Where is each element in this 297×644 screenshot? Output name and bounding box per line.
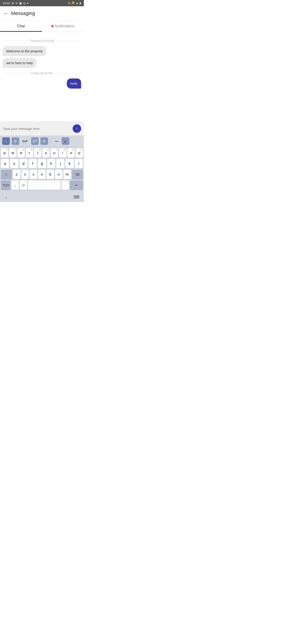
mic-button[interactable]: 🎤: [62, 137, 69, 145]
key-v[interactable]: v: [38, 170, 46, 179]
settings-gear-icon: ⚙: [43, 139, 46, 143]
key-w[interactable]: w2: [9, 148, 16, 158]
key-p[interactable]: p0: [76, 148, 83, 158]
bubble-incoming-2: we're here to help: [3, 58, 36, 68]
notification-dot: [51, 25, 54, 27]
keyboard-row-1: q1 w2 e3 r4 t5 y6 u7 i8 o9 p0: [1, 148, 83, 158]
status-time: 19:33: [3, 2, 10, 5]
sticker-button[interactable]: ⊞: [12, 137, 19, 145]
translate-button[interactable]: GT: [31, 137, 39, 145]
key-q[interactable]: q1: [1, 148, 8, 158]
settings-icon: ⚙: [11, 2, 14, 5]
cast-icon: ⊡: [68, 2, 70, 5]
key-o[interactable]: o9: [67, 148, 75, 158]
timestamp-2: Friday 06:29 PM: [31, 72, 52, 75]
tab-chat[interactable]: Chat: [0, 20, 42, 32]
toolbar-separator: [51, 138, 51, 144]
send-button[interactable]: ↑: [73, 124, 81, 133]
message-input[interactable]: [3, 126, 71, 132]
chat-area: Tuesday 01:43 AM Welcome to the property…: [0, 32, 84, 122]
key-c[interactable]: c: [30, 170, 37, 179]
tab-notifications-label: Notifications: [55, 24, 74, 28]
key-t[interactable]: t5: [34, 148, 41, 158]
keyboard: q1 w2 e3 r4 t5 y6 u7 i8 o9 p0 a s d f g …: [0, 147, 84, 192]
tab-chat-label: Chat: [17, 24, 25, 28]
key-b[interactable]: b: [47, 170, 54, 179]
circle-icon: ◎: [23, 2, 26, 5]
keyboard-toolbar: ‹ ⊞ GIF GT ⚙ ••• 🎤: [0, 136, 84, 147]
key-j[interactable]: j: [56, 159, 64, 168]
key-h[interactable]: h: [47, 159, 55, 168]
status-dot: [27, 3, 28, 4]
back-button[interactable]: ←: [3, 11, 8, 16]
back-icon: ‹: [5, 139, 7, 143]
bottom-nav: ⌄ ⌨: [0, 192, 84, 202]
header: ← Messaging: [0, 6, 84, 20]
key-m[interactable]: m: [63, 170, 71, 179]
divider-line-right: [56, 41, 81, 41]
keyboard-row-3: ⇧ z x c v b n m ⌫: [1, 170, 83, 179]
timestamp-1: Tuesday 01:43 AM: [30, 39, 54, 42]
message-row-1: Welcome to the property: [3, 46, 81, 56]
symbols-key[interactable]: ?123: [1, 180, 10, 190]
key-d[interactable]: d: [19, 159, 27, 168]
key-a[interactable]: a: [1, 159, 9, 168]
shift-key[interactable]: ⇧: [1, 170, 12, 179]
input-area: ↑: [0, 122, 84, 136]
key-s[interactable]: s: [10, 159, 18, 168]
divider-line-left-2: [3, 73, 29, 73]
mic-icon: 🎤: [64, 139, 67, 143]
key-l[interactable]: l: [75, 159, 83, 168]
tabs: Chat Notifications: [0, 20, 84, 32]
page-title: Messaging: [11, 10, 35, 16]
bubble-outgoing-1: hello: [67, 78, 81, 88]
key-icon: 🔑: [71, 2, 75, 5]
tab-notifications[interactable]: Notifications: [42, 20, 84, 32]
message-row-2: we're here to help: [3, 58, 81, 68]
return-key[interactable]: ↵: [70, 180, 83, 190]
divider-line-left: [3, 41, 28, 41]
divider-line-right-2: [54, 73, 81, 73]
message-row-3: hello: [3, 78, 81, 88]
key-f[interactable]: f: [29, 159, 37, 168]
key-g[interactable]: g: [38, 159, 46, 168]
nav-keyboard-icon[interactable]: ⌨: [73, 194, 79, 200]
key-y[interactable]: y6: [42, 148, 50, 158]
status-left: 19:33 ⚙ ↻ ▣ ◎: [3, 2, 28, 5]
emoji-key[interactable]: ☺: [20, 180, 27, 190]
keyboard-row-2: a s d f g h j k l: [1, 159, 83, 168]
square-icon: ▣: [19, 2, 22, 5]
status-right: ⊡ 🔑 ▲ ▮: [68, 2, 81, 5]
sticker-icon: ⊞: [14, 139, 17, 143]
status-bar: 19:33 ⚙ ↻ ▣ ◎ ⊡ 🔑 ▲ ▮: [0, 0, 84, 6]
key-i[interactable]: i8: [59, 148, 66, 158]
wifi-icon: ▲: [76, 2, 78, 5]
keyboard-row-4: ?123 , ☺ . ↵: [1, 180, 83, 190]
gif-button[interactable]: GIF: [21, 139, 29, 144]
key-z[interactable]: z: [13, 170, 20, 179]
key-u[interactable]: u7: [51, 148, 58, 158]
refresh-icon: ↻: [15, 2, 18, 5]
keyboard-settings-button[interactable]: ⚙: [40, 137, 48, 145]
timestamp-divider-1: Tuesday 01:43 AM: [3, 39, 81, 42]
space-key[interactable]: [28, 180, 60, 190]
more-button[interactable]: •••: [54, 139, 60, 144]
key-period[interactable]: .: [62, 180, 69, 190]
keyboard-back-button[interactable]: ‹: [2, 137, 10, 145]
backspace-key[interactable]: ⌫: [72, 170, 83, 179]
key-comma[interactable]: ,: [12, 180, 19, 190]
timestamp-divider-2: Friday 06:29 PM: [3, 72, 81, 75]
translate-icon: GT: [33, 139, 37, 143]
nav-chevron-down[interactable]: ⌄: [4, 194, 8, 200]
key-r[interactable]: r4: [26, 148, 33, 158]
key-e[interactable]: e3: [17, 148, 24, 158]
key-n[interactable]: n: [55, 170, 63, 179]
key-x[interactable]: x: [21, 170, 29, 179]
key-k[interactable]: k: [65, 159, 73, 168]
battery-icon: ▮: [79, 2, 81, 5]
bubble-incoming-1: Welcome to the property: [3, 46, 46, 56]
